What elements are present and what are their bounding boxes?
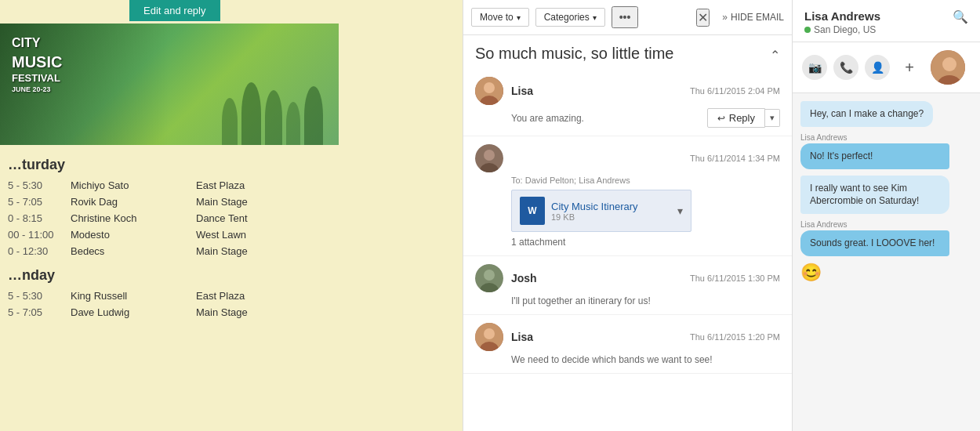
email-time: Thu 6/11/2015 1:20 PM xyxy=(690,332,780,342)
attachment-dropdown-icon[interactable]: ▾ xyxy=(677,205,683,217)
chat-actions: 📷 📞 👤 + xyxy=(793,42,980,93)
profile-button[interactable]: 👤 xyxy=(865,55,890,80)
email-item: Lisa Thu 6/11/2015 2:04 PM You are amazi… xyxy=(463,69,792,136)
move-to-label: Move to xyxy=(480,12,514,23)
chat-panel: Lisa Andrews San Diego, US 🔍 📷 📞 👤 + xyxy=(792,0,980,431)
email-item: Josh Thu 6/11/2015 1:30 PM I'll put toge… xyxy=(463,256,792,315)
search-button[interactable]: 🔍 xyxy=(953,9,968,24)
schedule-row: 0 - 12:30 Bedecs Main Stage xyxy=(8,243,447,259)
chat-message: Hey, can I make a change? xyxy=(800,101,933,127)
message-text: Hey, can I make a change? xyxy=(810,108,924,119)
email-time: Thu 6/11/2015 1:30 PM xyxy=(690,273,780,283)
email-preview: We need to decide which bands we want to… xyxy=(511,354,780,365)
more-label: ••• xyxy=(619,11,631,24)
person-icon: 👤 xyxy=(871,61,884,74)
reply-label: Reply xyxy=(729,112,755,124)
video-call-button[interactable]: 📷 xyxy=(802,55,827,80)
contact-name: Lisa Andrews xyxy=(804,9,880,23)
avatar xyxy=(475,144,503,172)
schedule-day-sunday: …nday 5 - 5:30 King Russell East Plaza 5… xyxy=(8,267,447,321)
svg-point-10 xyxy=(484,328,495,339)
svg-point-7 xyxy=(484,270,495,281)
sender-name: Lisa xyxy=(511,85,533,97)
attachment-name: City Music Itinerary xyxy=(551,201,671,212)
reply-arrow-icon: ↩ xyxy=(717,113,725,124)
festival-city: CITY xyxy=(12,35,62,52)
message-text: No! It's perfect! xyxy=(810,150,873,161)
online-status-icon xyxy=(804,27,811,33)
location-text: San Diego, US xyxy=(814,24,876,35)
chat-messages: Hey, can I make a change? Lisa Andrews N… xyxy=(793,93,980,431)
sender-label: Lisa Andrews xyxy=(800,133,972,142)
categories-button[interactable]: Categories ▾ xyxy=(535,8,605,27)
move-to-chevron-icon: ▾ xyxy=(517,13,521,22)
edit-reply-bar[interactable]: Edit and reply xyxy=(129,0,220,21)
people-silhouette xyxy=(222,82,323,145)
avatar xyxy=(475,264,503,292)
close-button[interactable]: ✕ xyxy=(696,9,710,27)
hide-email-button[interactable]: » HIDE EMAIL xyxy=(722,12,784,23)
day-label-sunday: …nday xyxy=(8,267,447,284)
email-panel: Move to ▾ Categories ▾ ••• ✕ » HIDE EMAI… xyxy=(463,0,792,431)
email-item: Thu 6/11/2014 1:34 PM To: David Pelton; … xyxy=(463,136,792,256)
chat-header: Lisa Andrews San Diego, US 🔍 xyxy=(793,0,980,42)
svg-point-4 xyxy=(484,150,495,161)
add-button[interactable]: + xyxy=(905,59,914,77)
reply-dropdown-button[interactable]: ▾ xyxy=(765,109,780,127)
phone-call-button[interactable]: 📞 xyxy=(833,55,858,80)
festival-date: JUNE 20-23 xyxy=(12,85,62,95)
word-icon: W xyxy=(520,197,545,225)
festival-festival: FESTIVAL xyxy=(12,72,62,85)
attachment-count: 1 attachment xyxy=(511,237,780,248)
contact-location: San Diego, US xyxy=(804,24,880,35)
schedule-row: 00 - 11:00 Modesto West Lawn xyxy=(8,226,447,243)
email-time: Thu 6/11/2015 2:04 PM xyxy=(690,86,780,96)
festival-logo: CITY MUSIC FESTIVAL JUNE 20-23 xyxy=(12,35,62,94)
collapse-icon[interactable]: ⌃ xyxy=(770,48,780,63)
left-panel: Edit and reply CITY MUSIC FESTIVAL JUNE … xyxy=(0,0,463,431)
move-to-button[interactable]: Move to ▾ xyxy=(471,8,529,27)
subject-text: So much music, so little time xyxy=(475,45,673,63)
more-options-button[interactable]: ••• xyxy=(612,6,639,28)
festival-image: CITY MUSIC FESTIVAL JUNE 20-23 xyxy=(0,24,339,145)
email-time: Thu 6/11/2014 1:34 PM xyxy=(690,154,780,163)
contact-info: Lisa Andrews San Diego, US xyxy=(804,9,880,35)
schedule-row: 5 - 5:30 King Russell East Plaza xyxy=(8,288,447,304)
schedule-content: …turday 5 - 5:30 Michiyo Sato East Plaza… xyxy=(0,145,463,328)
chat-message: No! It's perfect! xyxy=(800,143,949,169)
schedule-row: 5 - 7:05 Dave Ludwig Main Stage xyxy=(8,304,447,321)
hide-email-label: HIDE EMAIL xyxy=(731,12,784,23)
schedule-day-saturday: …turday 5 - 5:30 Michiyo Sato East Plaza… xyxy=(8,157,447,259)
reply-button[interactable]: ↩ Reply xyxy=(707,108,765,128)
avatar xyxy=(475,77,503,105)
chat-message-group: Lisa Andrews No! It's perfect! xyxy=(800,133,972,169)
email-thread: Lisa Thu 6/11/2015 2:04 PM You are amazi… xyxy=(463,69,792,431)
svg-point-13 xyxy=(942,57,956,71)
sender-label: Lisa Andrews xyxy=(800,220,972,229)
email-item-header: Thu 6/11/2014 1:34 PM xyxy=(475,144,780,172)
chat-avatar-large xyxy=(929,49,967,86)
svg-point-1 xyxy=(484,82,495,93)
day-label-saturday: …turday xyxy=(8,157,447,173)
schedule-row: 5 - 5:30 Michiyo Sato East Plaza xyxy=(8,177,447,194)
video-icon: 📷 xyxy=(808,61,822,74)
email-item-header: Josh Thu 6/11/2015 1:30 PM xyxy=(475,264,780,292)
avatar xyxy=(475,323,503,351)
chat-message-group: Lisa Andrews Sounds great. I LOOOVE her! xyxy=(800,220,972,256)
schedule-row: 0 - 8:15 Christine Koch Dance Tent xyxy=(8,210,447,226)
double-chevron-icon: » xyxy=(722,12,728,23)
chat-emoji: 😊 xyxy=(800,263,822,283)
schedule-row: 5 - 7:05 Rovik Dag Main Stage xyxy=(8,194,447,210)
email-toolbar: Move to ▾ Categories ▾ ••• ✕ » HIDE EMAI… xyxy=(463,0,792,35)
attachment-info: City Music Itinerary 19 KB xyxy=(551,201,671,222)
attachment-box[interactable]: W City Music Itinerary 19 KB ▾ xyxy=(511,190,691,232)
edit-reply-label: Edit and reply xyxy=(143,5,206,16)
festival-music: MUSIC xyxy=(12,52,62,72)
message-text: I really want to see Kim Abercrombie on … xyxy=(810,183,919,207)
sender-name: Josh xyxy=(511,272,537,284)
chat-message: I really want to see Kim Abercrombie on … xyxy=(800,176,949,215)
categories-chevron-icon: ▾ xyxy=(593,13,597,22)
sender-name: Lisa xyxy=(511,331,533,343)
email-preview: You are amazing. xyxy=(511,113,707,124)
chat-message: Sounds great. I LOOOVE her! xyxy=(800,230,949,256)
